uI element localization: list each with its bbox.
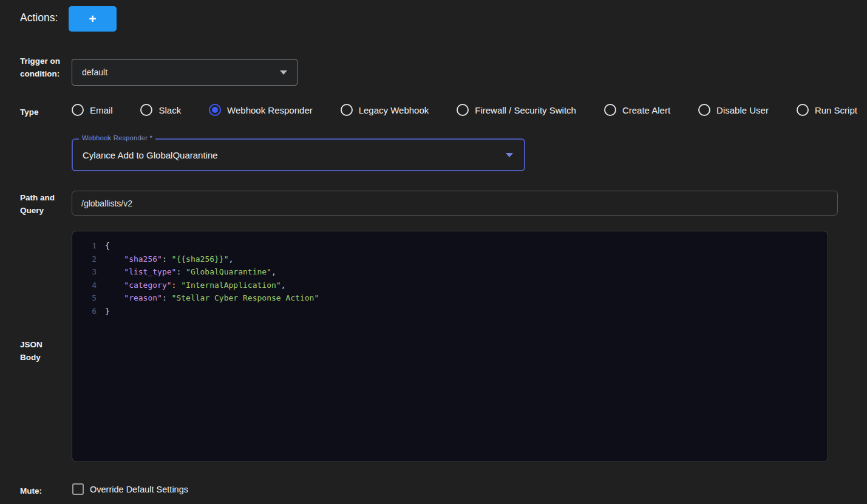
code-lines: 1 { 2 "sha256": "{{sha256}}", 3 "list_ty… (72, 239, 828, 318)
code-line: 4 "category": "InternalApplication", (72, 279, 828, 292)
path-query-input[interactable] (72, 191, 838, 216)
trigger-condition-label: Trigger on condition: (20, 55, 67, 80)
radio-label: Run Script (815, 105, 857, 115)
mute-label: Mute: (20, 485, 42, 497)
chevron-down-icon (280, 70, 287, 75)
line-code: { (105, 239, 110, 253)
radio-dot (75, 107, 81, 113)
type-radio-option[interactable]: Email (72, 104, 113, 116)
radio-dot (800, 107, 806, 113)
actions-label: Actions: (20, 12, 58, 24)
code-line: 2 "sha256": "{{sha256}}", (72, 253, 828, 266)
line-number: 4 (72, 279, 105, 292)
type-radio-option[interactable]: Run Script (797, 104, 857, 116)
line-code: "category": "InternalApplication", (105, 279, 285, 292)
type-radio-option[interactable]: Firewall / Security Switch (457, 104, 576, 116)
trigger-condition-value: default (82, 67, 107, 77)
code-line: 1 { (72, 239, 828, 253)
radio-dot (143, 107, 149, 113)
type-radio-group: Email Slack Webhook Responder Legacy Web… (72, 101, 857, 119)
radio-icon (604, 104, 616, 116)
radio-dot (212, 107, 218, 113)
trigger-condition-select[interactable]: default (72, 59, 298, 86)
line-code: "reason": "Stellar Cyber Response Action… (105, 291, 319, 305)
automation-action-form: Actions: + Trigger on condition: default… (0, 0, 867, 504)
line-number: 6 (72, 305, 105, 318)
webhook-responder-select-label: Webhook Responder * (79, 134, 155, 141)
line-code: } (105, 305, 110, 318)
radio-label: Slack (158, 105, 181, 115)
json-body-editor[interactable]: 1 { 2 "sha256": "{{sha256}}", 3 "list_ty… (72, 231, 828, 462)
radio-dot (701, 107, 707, 113)
plus-icon: + (89, 12, 96, 26)
type-radio-option[interactable]: Legacy Webhook (341, 104, 429, 116)
webhook-responder-select-value: Cylance Add to GlobalQuarantine (83, 150, 218, 160)
radio-icon (209, 104, 221, 116)
radio-icon (341, 104, 353, 116)
radio-label: Firewall / Security Switch (475, 105, 576, 115)
type-radio-option[interactable]: Webhook Responder (209, 104, 313, 116)
line-code: "sha256": "{{sha256}}", (105, 253, 233, 266)
json-body-label: JSON Body (20, 338, 56, 364)
radio-label: Legacy Webhook (359, 105, 429, 115)
radio-label: Webhook Responder (227, 105, 313, 115)
webhook-responder-select[interactable]: Webhook Responder * Cylance Add to Globa… (72, 138, 525, 171)
radio-icon (140, 104, 152, 116)
code-line: 5 "reason": "Stellar Cyber Response Acti… (72, 291, 828, 305)
radio-dot (607, 107, 613, 113)
radio-label: Disable User (716, 105, 769, 115)
type-radio-option[interactable]: Create Alert (604, 104, 670, 116)
line-number: 3 (72, 265, 105, 279)
type-label: Type (20, 106, 39, 118)
type-radio-option[interactable]: Disable User (698, 104, 769, 116)
radio-dot (344, 107, 350, 113)
line-number: 2 (72, 253, 105, 266)
type-radio-option[interactable]: Slack (140, 104, 181, 116)
radio-icon (698, 104, 710, 116)
line-code: "list_type": "GlobalQuarantine", (105, 265, 276, 279)
radio-icon (72, 104, 84, 116)
add-action-button[interactable]: + (69, 6, 117, 32)
line-number: 5 (72, 291, 105, 305)
override-default-settings-checkbox[interactable] (72, 483, 84, 495)
radio-label: Create Alert (622, 105, 670, 115)
code-line: 3 "list_type": "GlobalQuarantine", (72, 265, 828, 279)
line-number: 1 (72, 239, 105, 253)
radio-icon (457, 104, 469, 116)
radio-dot (460, 107, 466, 113)
radio-icon (797, 104, 809, 116)
radio-label: Email (90, 105, 113, 115)
path-query-label: Path and Query (20, 191, 69, 217)
chevron-down-icon (506, 153, 513, 157)
override-default-settings-label: Override Default Settings (90, 485, 188, 494)
code-line: 6 } (72, 305, 828, 318)
